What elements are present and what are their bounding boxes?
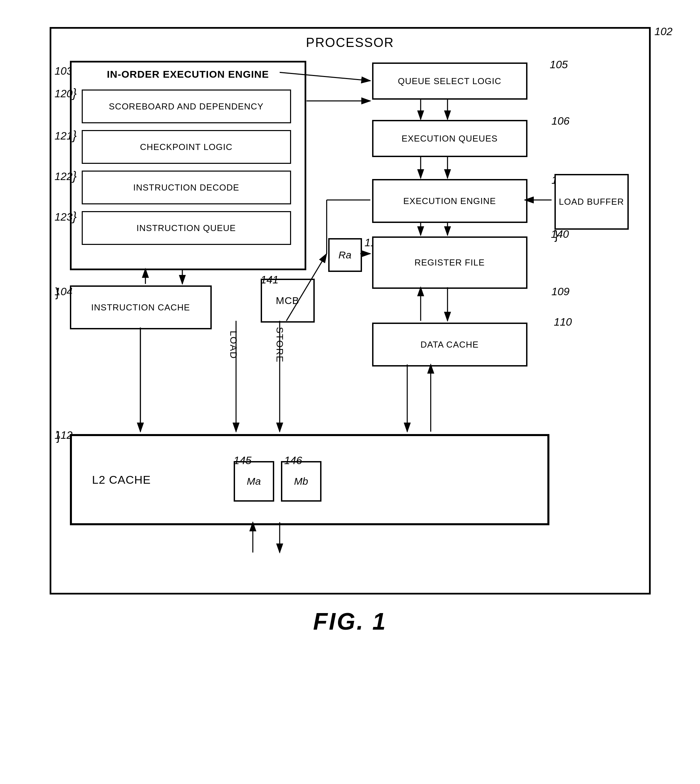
checkpoint-block: CHECKPOINT LOGIC bbox=[82, 130, 291, 164]
page: 102 PROCESSOR 103} IN-ORDER EXECUTION EN… bbox=[0, 0, 700, 784]
inst-queue-label: INSTRUCTION QUEUE bbox=[137, 223, 236, 234]
inst-queue-block: INSTRUCTION QUEUE bbox=[82, 211, 291, 245]
ref-145: 145 bbox=[234, 454, 252, 467]
scoreboard-label: SCOREBOARD AND DEPENDENCY bbox=[109, 101, 263, 112]
ra-box: Ra bbox=[328, 238, 362, 272]
ref-109: 109 bbox=[552, 285, 569, 298]
exec-queues-box: EXECUTION QUEUES bbox=[372, 120, 527, 157]
load-buffer-box: LOAD BUFFER bbox=[555, 174, 629, 230]
data-cache-box: DATA CACHE bbox=[372, 323, 527, 367]
reg-file-box: REGISTER FILE bbox=[372, 237, 527, 289]
mcb-label: MCB bbox=[276, 295, 300, 306]
ref-121: 121} bbox=[55, 128, 77, 143]
queue-select-box: QUEUE SELECT LOGIC bbox=[372, 62, 527, 100]
reg-file-label: REGISTER FILE bbox=[414, 257, 485, 268]
data-cache-label: DATA CACHE bbox=[420, 339, 478, 350]
ref-141: 141 bbox=[261, 274, 278, 286]
ra-label: Ra bbox=[338, 249, 351, 261]
ma-box: Ma bbox=[234, 461, 274, 502]
ref-112-brace: } bbox=[57, 429, 60, 443]
ref-140-brace: } bbox=[555, 228, 558, 242]
ref-122: 122} bbox=[55, 169, 77, 183]
engine-box: IN-ORDER EXECUTION ENGINE 120} SCOREBOAR… bbox=[70, 61, 306, 270]
ref-102: 102 bbox=[654, 25, 672, 38]
l2-cache-label: L2 CACHE bbox=[92, 473, 151, 486]
mb-box: Mb bbox=[281, 461, 322, 502]
processor-label: PROCESSOR bbox=[306, 35, 394, 50]
ref-120: 120} bbox=[55, 86, 77, 100]
ref-110: 110 bbox=[554, 316, 572, 328]
inst-decode-block: INSTRUCTION DECODE bbox=[82, 170, 291, 204]
ref-146: 146 bbox=[284, 454, 302, 467]
ref-123: 123} bbox=[55, 209, 77, 224]
inst-cache-box: INSTRUCTION CACHE bbox=[70, 285, 212, 329]
checkpoint-label: CHECKPOINT LOGIC bbox=[140, 142, 232, 152]
mb-label: Mb bbox=[294, 475, 308, 487]
exec-engine-box: EXECUTION ENGINE bbox=[372, 179, 527, 223]
ref-140: 140 bbox=[551, 228, 569, 240]
inst-cache-label: INSTRUCTION CACHE bbox=[91, 302, 190, 313]
ref-104-brace: } bbox=[55, 285, 60, 300]
processor-box: 102 PROCESSOR 103} IN-ORDER EXECUTION EN… bbox=[50, 27, 651, 594]
queue-select-label: QUEUE SELECT LOGIC bbox=[398, 76, 502, 87]
ma-label: Ma bbox=[247, 475, 261, 487]
exec-queues-label: EXECUTION QUEUES bbox=[402, 133, 498, 144]
ref-106: 106 bbox=[552, 115, 569, 127]
scoreboard-block: SCOREBOARD AND DEPENDENCY bbox=[82, 90, 291, 123]
ref-105: 105 bbox=[550, 58, 568, 71]
store-label: STORE bbox=[274, 327, 285, 363]
inst-decode-label: INSTRUCTION DECODE bbox=[133, 182, 239, 193]
fig-label: FIG. 1 bbox=[313, 608, 387, 635]
exec-engine-label: EXECUTION ENGINE bbox=[403, 196, 496, 207]
load-buffer-label: LOAD BUFFER bbox=[559, 196, 624, 208]
engine-label: IN-ORDER EXECUTION ENGINE bbox=[107, 68, 269, 80]
load-label: LOAD bbox=[228, 331, 239, 359]
